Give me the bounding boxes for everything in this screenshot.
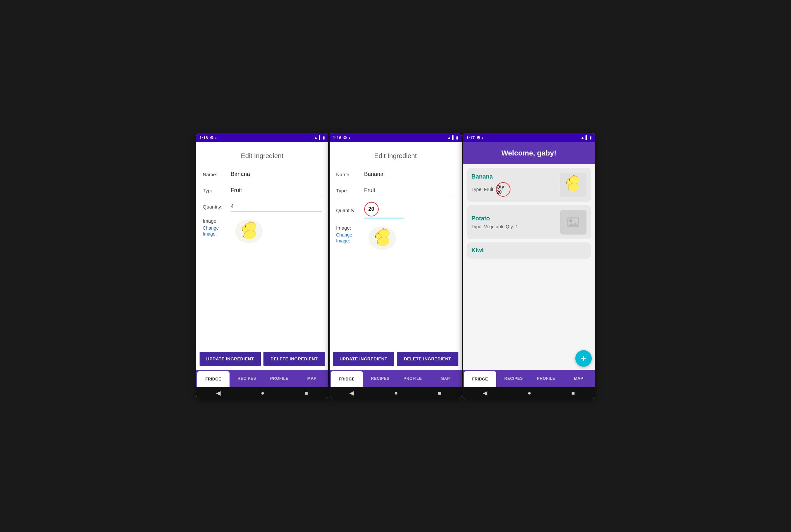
recent-button-1[interactable]: ■ bbox=[305, 390, 308, 397]
back-button-3[interactable]: ◀ bbox=[483, 390, 487, 397]
type-row-1: Type: bbox=[203, 186, 322, 195]
svg-point-4 bbox=[570, 220, 572, 222]
update-button-2[interactable]: UPDATE INGREDIENT bbox=[333, 352, 394, 366]
nav-recipes-2[interactable]: RECIPES bbox=[364, 370, 397, 387]
potato-info: Potato Type: Vegetable Qty: 1 bbox=[471, 215, 557, 229]
delete-button-2[interactable]: DELETE INGREDIENT bbox=[397, 352, 458, 366]
banana-details: Type: Fruit Qty: 20 bbox=[471, 182, 557, 197]
name-label-1: Name: bbox=[203, 172, 228, 177]
potato-details: Type: Vegetable Qty: 1 bbox=[471, 224, 557, 229]
nav-map-1[interactable]: MAP bbox=[296, 370, 328, 387]
phone-body-3: Welcome, gaby! Banana Type: Fruit Qty: 2… bbox=[463, 142, 595, 387]
status-icons-1: ▲ ▌ ▮ bbox=[314, 135, 325, 140]
banana-name: Banana bbox=[471, 173, 557, 180]
nav-profile-1[interactable]: PROFILE bbox=[263, 370, 296, 387]
quantity-input-1[interactable] bbox=[231, 202, 322, 211]
battery-icon-2: ▮ bbox=[456, 135, 458, 140]
type-row-2: Type: bbox=[336, 186, 455, 195]
nav-recipes-3[interactable]: RECIPES bbox=[497, 370, 530, 387]
back-button-1[interactable]: ◀ bbox=[216, 390, 220, 397]
dot-icon-1: • bbox=[215, 135, 217, 140]
system-nav-1: ◀ ● ■ bbox=[196, 387, 328, 399]
delete-button-1[interactable]: DELETE INGREDIENT bbox=[264, 352, 325, 366]
nav-fridge-3[interactable]: FRIDGE bbox=[464, 371, 497, 387]
name-input-2[interactable] bbox=[364, 170, 455, 179]
home-button-1[interactable]: ● bbox=[261, 390, 265, 397]
bottom-nav-1: FRIDGE RECIPES PROFILE MAP bbox=[196, 370, 328, 387]
back-button-2[interactable]: ◀ bbox=[349, 390, 354, 397]
recent-button-2[interactable]: ■ bbox=[438, 390, 442, 397]
image-label-1: Image: bbox=[203, 218, 228, 224]
nav-map-2[interactable]: MAP bbox=[429, 370, 462, 387]
type-input-1[interactable] bbox=[231, 186, 322, 195]
edit-screen-1: Edit Ingredient Name: Type: Quantity: Im… bbox=[196, 142, 328, 348]
nav-profile-3[interactable]: PROFILE bbox=[530, 370, 562, 387]
screen-title-2: Edit Ingredient bbox=[336, 152, 455, 160]
battery-icon-1: ▮ bbox=[323, 135, 325, 140]
banana-qty-badge: Qty: 20 bbox=[496, 182, 510, 197]
nav-recipes-1[interactable]: RECIPES bbox=[231, 370, 263, 387]
wifi-icon-2: ▲ bbox=[447, 135, 451, 140]
signal-icon-1: ▌ bbox=[319, 135, 322, 140]
quantity-label-2: Quantity: bbox=[336, 208, 361, 213]
image-row-1: Image: ChangeImage: bbox=[203, 218, 322, 244]
phone-body-2: Edit Ingredient Name: Type: Quantity: 20 bbox=[330, 142, 462, 387]
time-1: 1:16 bbox=[199, 135, 208, 140]
name-row-2: Name: bbox=[336, 170, 455, 179]
signal-icon-3: ▌ bbox=[585, 135, 589, 140]
banana-card[interactable]: Banana Type: Fruit Qty: 20 bbox=[467, 168, 591, 202]
edit-screen-2: Edit Ingredient Name: Type: Quantity: 20 bbox=[330, 142, 462, 348]
quantity-row-1: Quantity: bbox=[203, 202, 322, 211]
bottom-nav-3: FRIDGE RECIPES PROFILE MAP bbox=[463, 370, 595, 387]
recent-button-3[interactable]: ■ bbox=[571, 390, 575, 397]
potato-card[interactable]: Potato Type: Vegetable Qty: 1 bbox=[467, 205, 591, 239]
status-icons-3: ▲ ▌ ▮ bbox=[581, 135, 592, 140]
action-buttons-2: UPDATE INGREDIENT DELETE INGREDIENT bbox=[330, 348, 462, 370]
banana-image-1 bbox=[234, 218, 264, 244]
system-nav-3: ◀ ● ■ bbox=[463, 387, 595, 399]
update-button-1[interactable]: UPDATE INGREDIENT bbox=[199, 352, 261, 366]
type-input-2[interactable] bbox=[364, 186, 455, 195]
image-label-2: Image: bbox=[336, 225, 361, 231]
settings-icon-1: ⚙ bbox=[210, 135, 214, 140]
change-image-link-1[interactable]: ChangeImage: bbox=[203, 225, 228, 237]
home-button-3[interactable]: ● bbox=[527, 390, 531, 397]
nav-fridge-1[interactable]: FRIDGE bbox=[197, 371, 230, 387]
banana-image-2 bbox=[367, 225, 397, 251]
banana-info: Banana Type: Fruit Qty: 20 bbox=[471, 173, 557, 197]
wifi-icon-1: ▲ bbox=[314, 135, 318, 140]
signal-icon-2: ▌ bbox=[452, 135, 455, 140]
status-bar-3: 1:17 ⚙ • ▲ ▌ ▮ bbox=[463, 133, 595, 142]
kiwi-card[interactable]: Kiwi bbox=[467, 243, 591, 259]
status-bar-1: 1:16 ⚙ • ▲ ▌ ▮ bbox=[196, 133, 328, 142]
phone-body-1: Edit Ingredient Name: Type: Quantity: Im… bbox=[196, 142, 328, 387]
quantity-row-2: Quantity: 20 bbox=[336, 202, 455, 218]
fridge-header: Welcome, gaby! bbox=[463, 142, 595, 164]
image-label-col-2: Image: ChangeImage: bbox=[336, 225, 361, 244]
quantity-circled-2[interactable]: 20 bbox=[364, 202, 379, 216]
home-button-2[interactable]: ● bbox=[394, 390, 398, 397]
name-row-1: Name: bbox=[203, 170, 322, 179]
nav-profile-2[interactable]: PROFILE bbox=[397, 370, 429, 387]
nav-map-3[interactable]: MAP bbox=[562, 370, 595, 387]
name-input-1[interactable] bbox=[231, 170, 322, 179]
settings-icon-2: ⚙ bbox=[343, 135, 347, 140]
time-2: 1:16 bbox=[333, 135, 342, 140]
potato-name: Potato bbox=[471, 215, 557, 222]
name-label-2: Name: bbox=[336, 172, 361, 177]
status-time-3: 1:17 ⚙ • bbox=[466, 135, 484, 140]
action-buttons-1: UPDATE INGREDIENT DELETE INGREDIENT bbox=[196, 348, 328, 370]
nav-fridge-2[interactable]: FRIDGE bbox=[331, 371, 363, 387]
fab-add-button[interactable]: + bbox=[575, 350, 592, 367]
phone-2: 1:16 ⚙ • ▲ ▌ ▮ Edit Ingredient Name: Typ… bbox=[330, 133, 462, 399]
welcome-title: Welcome, gaby! bbox=[469, 149, 589, 157]
settings-icon-3: ⚙ bbox=[477, 135, 480, 140]
screen-title-1: Edit Ingredient bbox=[203, 152, 322, 160]
change-image-link-2[interactable]: ChangeImage: bbox=[336, 232, 361, 244]
image-label-col-1: Image: ChangeImage: bbox=[203, 218, 228, 237]
type-label-2: Type: bbox=[336, 188, 361, 193]
system-nav-2: ◀ ● ■ bbox=[330, 387, 462, 399]
battery-icon-3: ▮ bbox=[590, 135, 592, 140]
dot-icon-3: • bbox=[482, 135, 484, 140]
quantity-label-1: Quantity: bbox=[203, 204, 228, 209]
